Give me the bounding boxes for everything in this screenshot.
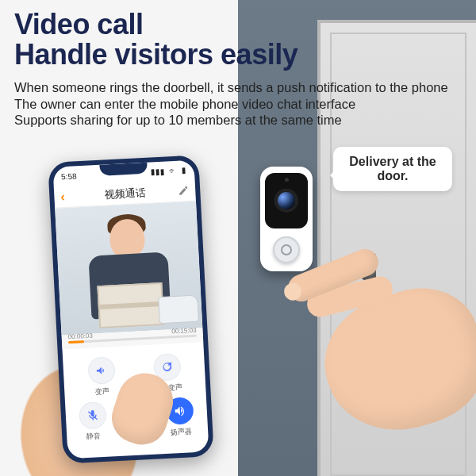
status-icons: ▮▮▮ ᯤ ▮ bbox=[148, 166, 186, 177]
body-line-2: The owner can enter the mobile phone vid… bbox=[14, 96, 459, 113]
mute-button[interactable]: 静音 bbox=[71, 401, 116, 443]
headline-line-2: Handle visitors easily bbox=[14, 40, 411, 70]
video-feed[interactable] bbox=[55, 202, 202, 336]
body-line-3: Supports sharing for up to 10 members at… bbox=[14, 112, 459, 129]
phone-in-hand: 5:58 ▮▮▮ ᯤ ▮ ‹ 视频通话 bbox=[12, 159, 226, 476]
speaker-label: 扬声器 bbox=[171, 426, 193, 437]
app-header-title: 视频通话 bbox=[104, 185, 146, 202]
headline: Video call Handle visitors easily bbox=[14, 10, 411, 70]
doorbell-camera-housing bbox=[265, 173, 308, 228]
mute-label: 静音 bbox=[86, 431, 102, 442]
speech-bubble-text: Delivery at the door. bbox=[349, 155, 436, 182]
body-copy: When someone rings the doorbell, it send… bbox=[14, 79, 459, 129]
doorbell-sensor-dot bbox=[285, 178, 289, 182]
delivery-package bbox=[97, 282, 164, 328]
delivery-van bbox=[158, 295, 199, 324]
elapsed-time: 00:00:03 bbox=[67, 332, 93, 341]
voice-change-label: 变声 bbox=[95, 386, 110, 397]
progress-fill bbox=[68, 340, 84, 344]
signal-icon: ▮▮▮ bbox=[150, 167, 165, 176]
wifi-icon: ᯤ bbox=[169, 166, 178, 175]
voice-change-icon bbox=[87, 356, 116, 385]
product-marketing-scene: Video call Handle visitors easily When s… bbox=[0, 0, 476, 476]
hand-pressing-doorbell bbox=[278, 238, 476, 444]
status-time: 5:58 bbox=[61, 171, 77, 181]
total-time: 00:15:03 bbox=[171, 327, 197, 336]
edit-icon[interactable] bbox=[178, 184, 190, 196]
battery-icon: ▮ bbox=[182, 166, 187, 175]
speech-bubble: Delivery at the door. bbox=[333, 147, 452, 191]
doorbell-camera-lens bbox=[274, 189, 298, 213]
body-line-1: When someone rings the doorbell, it send… bbox=[14, 79, 459, 96]
headline-line-1: Video call bbox=[14, 10, 411, 40]
mute-icon bbox=[79, 401, 107, 430]
voice-change-button[interactable]: 变声 bbox=[79, 356, 125, 398]
back-button[interactable]: ‹ bbox=[60, 190, 65, 204]
